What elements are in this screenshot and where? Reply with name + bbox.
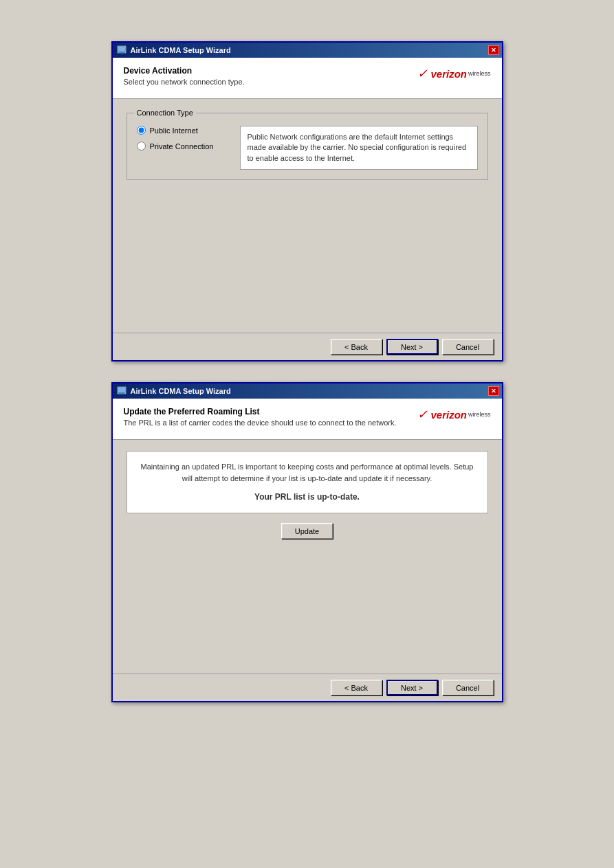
footer-1: < Back Next > Cancel bbox=[113, 333, 502, 360]
verizon-logo-1: ✓ verizon wireless bbox=[417, 66, 490, 81]
window2: AirLink CDMA Setup Wizard ✕ Update the P… bbox=[111, 382, 503, 702]
connection-description: Public Network configurations are the de… bbox=[240, 126, 478, 170]
title-bar-2: AirLink CDMA Setup Wizard ✕ bbox=[113, 383, 502, 399]
cancel-button-2[interactable]: Cancel bbox=[442, 680, 494, 695]
app-icon-1 bbox=[117, 45, 127, 55]
svg-rect-5 bbox=[119, 392, 124, 394]
content-area-2: Maintaining an updated PRL is important … bbox=[113, 440, 502, 674]
radio-public-label: Public Internet bbox=[150, 126, 198, 135]
header-text-2: Update the Preferred Roaming List The PR… bbox=[124, 407, 397, 427]
verizon-checkmark-1: ✓ bbox=[417, 66, 428, 81]
verizon-wireless-2: wireless bbox=[468, 411, 491, 418]
page-subtitle-2: The PRL is a list of carrier codes the d… bbox=[124, 419, 397, 427]
connection-type-group: Connection Type Public Internet Private … bbox=[127, 113, 488, 180]
window-body-1: Device Activation Select you network con… bbox=[113, 58, 502, 360]
back-button-1[interactable]: < Back bbox=[331, 339, 382, 355]
title-bar-left-2: AirLink CDMA Setup Wizard bbox=[117, 386, 231, 396]
prl-info-text: Maintaining an updated PRL is important … bbox=[138, 461, 476, 484]
radio-private-label: Private Connection bbox=[150, 142, 214, 151]
next-button-2[interactable]: Next > bbox=[386, 680, 438, 695]
radio-private-connection[interactable]: Private Connection bbox=[137, 142, 226, 151]
window1: AirLink CDMA Setup Wizard ✕ Device Activ… bbox=[111, 41, 503, 361]
svg-rect-2 bbox=[119, 52, 124, 53]
page-title-2: Update the Preferred Roaming List bbox=[124, 407, 397, 416]
page-title-1: Device Activation bbox=[124, 66, 245, 76]
svg-rect-1 bbox=[118, 47, 125, 52]
verizon-checkmark-2: ✓ bbox=[417, 407, 428, 422]
window-body-2: Update the Preferred Roaming List The PR… bbox=[113, 399, 502, 701]
verizon-wireless-1: wireless bbox=[468, 70, 491, 77]
back-button-2[interactable]: < Back bbox=[331, 680, 382, 695]
radio-group-1: Public Internet Private Connection bbox=[137, 126, 226, 170]
next-button-1[interactable]: Next > bbox=[386, 339, 438, 355]
verizon-brand-1: verizon bbox=[430, 68, 467, 80]
radio-private-input[interactable] bbox=[137, 142, 146, 151]
radio-public-internet[interactable]: Public Internet bbox=[137, 126, 226, 135]
cancel-button-1[interactable]: Cancel bbox=[442, 339, 494, 355]
radio-public-input[interactable] bbox=[137, 126, 146, 135]
update-button[interactable]: Update bbox=[281, 523, 333, 539]
footer-2: < Back Next > Cancel bbox=[113, 674, 502, 701]
prl-info-box: Maintaining an updated PRL is important … bbox=[127, 451, 488, 513]
verizon-logo-2: ✓ verizon wireless bbox=[417, 407, 490, 422]
window-title-1: AirLink CDMA Setup Wizard bbox=[131, 46, 231, 54]
window-title-2: AirLink CDMA Setup Wizard bbox=[131, 387, 231, 395]
header-text-1: Device Activation Select you network con… bbox=[124, 66, 245, 86]
close-button-1[interactable]: ✕ bbox=[488, 45, 499, 55]
title-bar-left-1: AirLink CDMA Setup Wizard bbox=[117, 45, 231, 55]
update-btn-container: Update bbox=[127, 523, 488, 539]
group-legend-1: Connection Type bbox=[134, 109, 196, 117]
app-icon-2 bbox=[117, 386, 127, 396]
page-subtitle-1: Select you network connection type. bbox=[124, 78, 245, 86]
title-bar-1: AirLink CDMA Setup Wizard ✕ bbox=[113, 43, 502, 58]
header-area-1: Device Activation Select you network con… bbox=[113, 58, 502, 99]
content-area-1: Connection Type Public Internet Private … bbox=[113, 99, 502, 333]
verizon-brand-2: verizon bbox=[430, 409, 467, 421]
close-button-2[interactable]: ✕ bbox=[488, 386, 499, 396]
prl-status-text: Your PRL list is up-to-date. bbox=[138, 491, 476, 503]
svg-rect-4 bbox=[118, 388, 125, 392]
header-area-2: Update the Preferred Roaming List The PR… bbox=[113, 399, 502, 440]
